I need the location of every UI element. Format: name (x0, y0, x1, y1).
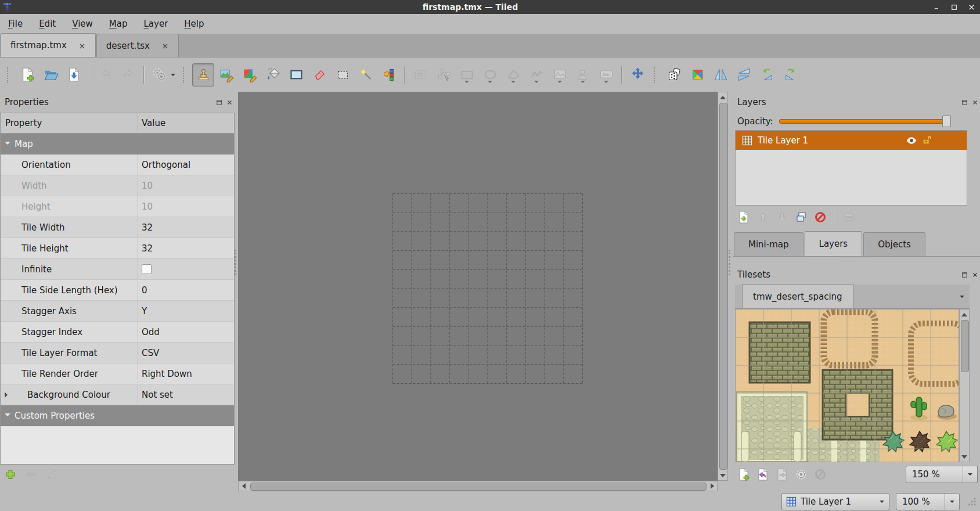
scroll-right-icon[interactable] (708, 481, 717, 491)
toolbar-drag-handle[interactable] (183, 67, 187, 83)
opacity-slider[interactable] (779, 119, 947, 124)
close-panel-icon[interactable] (970, 97, 980, 107)
scrollbar-thumb[interactable] (719, 103, 727, 470)
insert-rectangle-button[interactable] (456, 63, 478, 87)
stamp-brush-button[interactable] (192, 63, 214, 87)
menu-layer[interactable]: Layer (135, 14, 176, 34)
eraser-button[interactable] (308, 63, 330, 87)
menu-view[interactable]: View (64, 14, 101, 34)
dock-splitter-handle[interactable] (733, 258, 980, 264)
menu-map[interactable]: Map (101, 14, 136, 34)
chevron-down-icon[interactable] (604, 81, 608, 85)
magic-wand-button[interactable] (355, 63, 377, 87)
remove-layer-button[interactable] (812, 208, 829, 226)
add-property-button[interactable] (2, 466, 19, 483)
tileset-zoom-combo[interactable]: 150 % (906, 466, 978, 483)
tileset-image[interactable] (736, 310, 959, 462)
chevron-down-icon[interactable] (581, 81, 585, 85)
canvas-horizontal-scrollbar[interactable] (238, 481, 718, 491)
redo-button[interactable] (117, 63, 139, 87)
offset-layers-button[interactable] (626, 63, 648, 87)
chevron-down-icon[interactable] (557, 81, 562, 85)
duplicate-layer-button[interactable] (792, 208, 810, 226)
chevron-down-icon[interactable] (464, 81, 469, 85)
chevron-down-icon[interactable] (171, 74, 175, 78)
edit-property-button[interactable] (44, 466, 60, 483)
map-canvas[interactable] (238, 92, 718, 481)
menu-edit[interactable]: Edit (31, 14, 64, 34)
tileset-dropdown-icon[interactable] (954, 285, 970, 308)
rotate-right-button[interactable] (779, 63, 801, 87)
property-row-tile-height[interactable]: Tile Height32 (1, 238, 234, 259)
scroll-up-icon[interactable] (960, 310, 969, 319)
remove-property-button[interactable] (23, 466, 39, 483)
layer-visibility-eye-icon[interactable] (904, 135, 919, 146)
status-zoom-combo[interactable]: 100 % (896, 493, 960, 510)
wang-fill-mode-button[interactable] (686, 63, 708, 87)
menu-help[interactable]: Help (176, 14, 212, 34)
random-mode-button[interactable] (663, 63, 685, 87)
lower-layer-button[interactable] (773, 208, 791, 226)
chevron-down-icon[interactable] (945, 494, 959, 510)
property-row-tile-width[interactable]: Tile Width32 (1, 217, 234, 238)
document-tab-desert-tsx[interactable]: desert.tsx (96, 34, 179, 57)
property-row-background-colour[interactable]: Background ColourNot set (1, 384, 234, 405)
scrollbar-thumb[interactable] (961, 320, 969, 372)
wang-brush-button[interactable] (239, 63, 261, 87)
close-panel-icon[interactable] (224, 97, 235, 107)
toggle-other-layers-button[interactable] (840, 208, 858, 226)
infinite-checkbox[interactable] (142, 264, 152, 274)
tab-close-icon[interactable] (78, 42, 86, 49)
scrollbar-thumb[interactable] (250, 483, 707, 491)
document-tab-firstmap-tmx[interactable]: firstmap.tmx (1, 33, 96, 57)
execute-command-button[interactable] (149, 63, 178, 87)
minimize-button[interactable] (928, 1, 945, 13)
scroll-up-icon[interactable] (718, 92, 727, 102)
tab-close-icon[interactable] (161, 42, 169, 49)
same-tile-select-button[interactable] (378, 63, 400, 87)
close-panel-icon[interactable] (970, 269, 980, 280)
tileset-view[interactable] (735, 309, 959, 462)
insert-text-button[interactable]: Abc (595, 63, 617, 87)
rotate-left-button[interactable] (756, 63, 778, 87)
chevron-down-icon[interactable] (534, 81, 539, 85)
layer-row-tile-layer-1[interactable]: Tile Layer 1 (736, 131, 967, 150)
property-row-tile-render-order[interactable]: Tile Render OrderRight Down (1, 364, 234, 384)
collapse-triangle-icon[interactable] (5, 142, 10, 147)
scroll-left-icon[interactable] (239, 481, 248, 491)
new-tileset-button[interactable] (735, 466, 752, 483)
tab-objects[interactable]: Objects (863, 232, 925, 256)
maximize-button[interactable] (945, 1, 963, 13)
save-file-button[interactable] (63, 63, 85, 87)
scroll-down-icon[interactable] (960, 452, 969, 462)
tab-mini-map[interactable]: Mini-map (734, 232, 804, 256)
menu-file[interactable]: File (0, 14, 31, 34)
scroll-down-icon[interactable] (718, 471, 727, 480)
terrain-brush-button[interactable] (215, 63, 237, 87)
embed-tileset-button[interactable] (754, 466, 772, 483)
flip-vertical-button[interactable] (733, 63, 755, 87)
new-layer-button[interactable] (735, 208, 752, 226)
collapse-triangle-icon[interactable] (5, 413, 10, 419)
chevron-down-icon[interactable] (511, 81, 516, 85)
status-layer-combo[interactable]: Tile Layer 1 (781, 493, 889, 510)
property-row-tile-side-length-hex-[interactable]: Tile Side Length (Hex)0 (1, 280, 234, 301)
property-row-width[interactable]: Width10 (1, 175, 234, 196)
insert-ellipse-button[interactable] (479, 63, 501, 87)
chevron-down-icon[interactable] (875, 494, 889, 510)
tab-layers[interactable]: Layers (805, 231, 863, 256)
property-group-map[interactable]: Map (1, 134, 234, 154)
insert-polygon-button[interactable] (502, 63, 524, 87)
bucket-fill-button[interactable] (262, 63, 284, 87)
rectangular-select-button[interactable] (332, 63, 354, 87)
shape-fill-button[interactable] (285, 63, 307, 87)
flip-horizontal-button[interactable] (709, 63, 732, 87)
chevron-down-icon[interactable] (488, 81, 492, 85)
property-row-infinite[interactable]: Infinite (1, 259, 234, 280)
expand-triangle-icon[interactable] (5, 392, 10, 398)
resize-grip[interactable] (967, 497, 977, 506)
export-tileset-button[interactable] (773, 466, 791, 483)
insert-polyline-button[interactable] (525, 63, 547, 87)
new-map-button[interactable] (16, 63, 38, 87)
chevron-down-icon[interactable] (963, 466, 977, 483)
